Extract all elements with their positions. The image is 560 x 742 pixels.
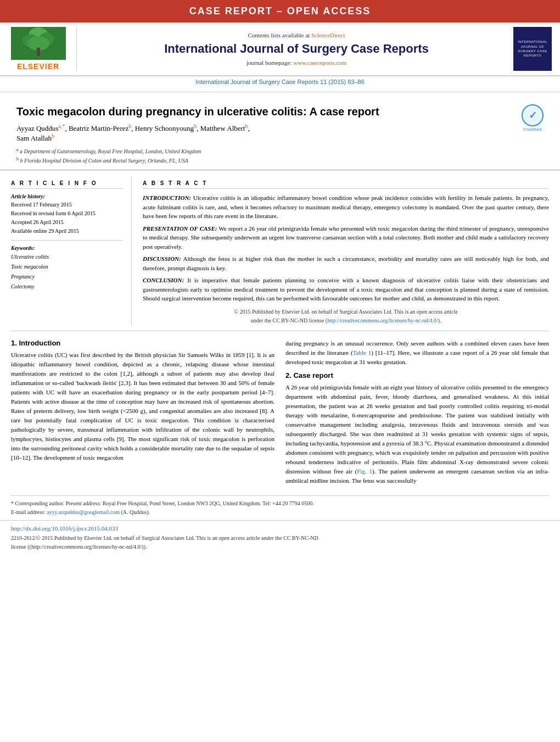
journal-logo-right: INTERNATIONAL JOURNAL OF SURGERY CASE RE… [511, 27, 555, 71]
main-body: 1. Introduction Ulcerative colitis (UC) … [0, 333, 560, 496]
footer: http://dx.doi.org/10.1016/j.ijscr.2015.0… [0, 520, 560, 554]
presentation-label: PRESENTATION OF CASE: [143, 225, 217, 232]
conclusion-text: It is imperative that female patients pl… [143, 277, 549, 302]
received-date: Received 17 February 2015 [11, 200, 123, 209]
discussion-text: Although the fetus is at higher risk tha… [143, 255, 549, 271]
corresponding-author-note: * Corresponding author. Present address:… [11, 499, 549, 508]
email-link[interactable]: ayyy.azquddus@googlemail.com [47, 509, 120, 515]
svg-rect-5 [37, 48, 40, 56]
footer-copyright: 2210-2612/© 2015 Published by Elsevier L… [11, 534, 549, 551]
affiliations: a a Department of Gastroenterology, Roya… [16, 147, 516, 166]
journal-logo-box: INTERNATIONAL JOURNAL OF SURGERY CASE RE… [513, 27, 552, 71]
abstract-column: A B S T R A C T INTRODUCTION: Ulcerative… [143, 176, 549, 325]
journal-homepage: journal homepage: www.casereports.com [82, 59, 511, 66]
intro-text: Ulcerative colitis is an idiopathic infl… [143, 194, 549, 219]
sciencedirect-anchor[interactable]: ScienceDirect [311, 32, 345, 38]
crossmark-icon[interactable]: ✓ [522, 104, 544, 126]
case-report-section-title: 2. Case report [285, 371, 549, 380]
table1-link[interactable]: Table 1 [353, 349, 372, 356]
elsevier-wordmark: ELSEVIER [17, 62, 59, 71]
keywords-label: Keywords: [11, 245, 123, 251]
fig1-link[interactable]: Fig. 1 [357, 468, 372, 475]
journal-title: International Journal of Surgery Case Re… [82, 42, 511, 56]
journal-center: Contents lists available at ScienceDirec… [82, 27, 511, 71]
elsevier-logo: ELSEVIER [5, 27, 77, 71]
elsevier-tree-image [11, 27, 66, 60]
history-label: Article history: [11, 193, 123, 199]
keywords-list: Ulcerative colitis Toxic megacolon Pregn… [11, 252, 123, 292]
cc-license-link[interactable]: http://creativecommons.org/licenses/by-n… [327, 317, 438, 323]
abstract-copyright: © 2015 Published by Elsevier Ltd. on beh… [143, 308, 549, 325]
conclusion-label: CONCLUSION: [143, 277, 184, 283]
doi-link[interactable]: http://dx.doi.org/10.1016/j.ijscr.2015.0… [11, 525, 549, 532]
footer-license-link[interactable]: (http://creativecommons.org/licenses/by-… [30, 544, 144, 550]
article-section: Toxic megacolon during pregnancy in ulce… [0, 97, 560, 170]
right-column: during pregnancy is an unusual occurrenc… [285, 339, 549, 490]
article-title: Toxic megacolon during pregnancy in ulce… [16, 104, 516, 119]
received-revised-date: Received in revised form 6 April 2015 [11, 209, 123, 218]
intro-section-title: 1. Introduction [11, 339, 275, 347]
abstract-header: A B S T R A C T [143, 180, 549, 189]
sciencedirect-link: Contents lists available at ScienceDirec… [82, 32, 511, 38]
info-abstract-section: A R T I C L E I N F O Article history: R… [0, 176, 560, 325]
authors: Ayyaz Quddusa,*, Beatriz Martin-Perezb, … [16, 123, 516, 143]
article-info-column: A R T I C L E I N F O Article history: R… [11, 176, 132, 325]
email-note: E-mail address: ayyy.azquddus@googlemail… [11, 508, 549, 517]
accepted-date: Accepted 26 April 2015 [11, 218, 123, 227]
journal-header: ELSEVIER Contents lists available at Sci… [0, 23, 560, 76]
header-bar: CASE REPORT – OPEN ACCESS [0, 0, 560, 23]
footnote-section: * Corresponding author. Present address:… [11, 495, 549, 520]
journal-ref: International Journal of Surgery Case Re… [0, 76, 560, 87]
case-report-paragraph-1: A 26 year old primigravida female with a… [285, 383, 549, 486]
discussion-label: DISCUSSION: [143, 255, 181, 262]
intro-paragraph-2: during pregnancy is an unusual occurrenc… [285, 339, 549, 367]
available-online-date: Available online 29 April 2015 [11, 227, 123, 236]
article-info-header: A R T I C L E I N F O [11, 180, 123, 189]
abstract-text: INTRODUCTION: Ulcerative colitis is an i… [143, 193, 549, 303]
intro-paragraph-1: Ulcerative colitis (UC) was first descri… [11, 350, 275, 463]
crossmark-widget[interactable]: ✓ CrossMark [522, 104, 544, 126]
left-column: 1. Introduction Ulcerative colitis (UC) … [11, 339, 275, 490]
journal-homepage-link[interactable]: www.casereports.com [293, 59, 346, 66]
intro-label: INTRODUCTION: [143, 194, 191, 201]
